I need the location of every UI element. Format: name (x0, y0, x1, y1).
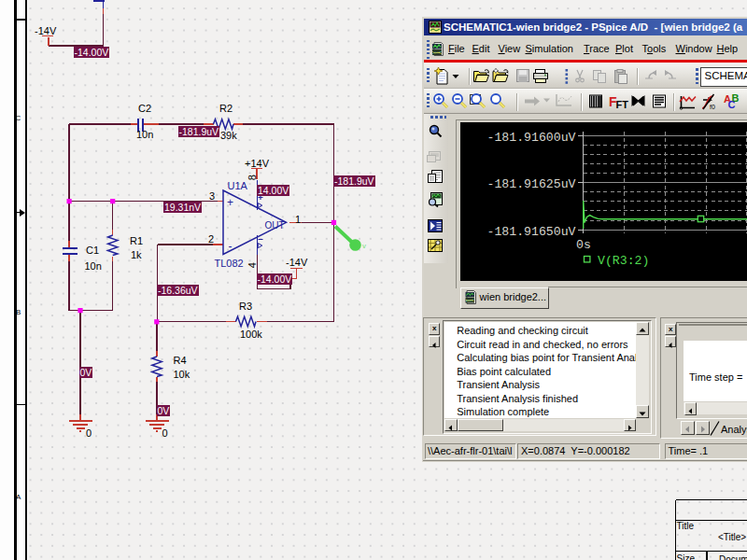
svg-text:-181.91600uV: -181.91600uV (487, 131, 576, 145)
svg-text:Analys: Analys (721, 424, 747, 435)
svg-text:-181.91650uV: -181.91650uV (487, 225, 576, 239)
svg-text:-181.91625uV: -181.91625uV (487, 177, 576, 191)
svg-text:f0: f0 (710, 103, 715, 109)
svg-text:C: C (728, 98, 736, 109)
svg-text:V(R3:2): V(R3:2) (598, 254, 649, 268)
svg-text:FT: FT (616, 98, 629, 109)
svg-text:v: v (362, 242, 366, 250)
svg-text:0s: 0s (576, 238, 591, 252)
